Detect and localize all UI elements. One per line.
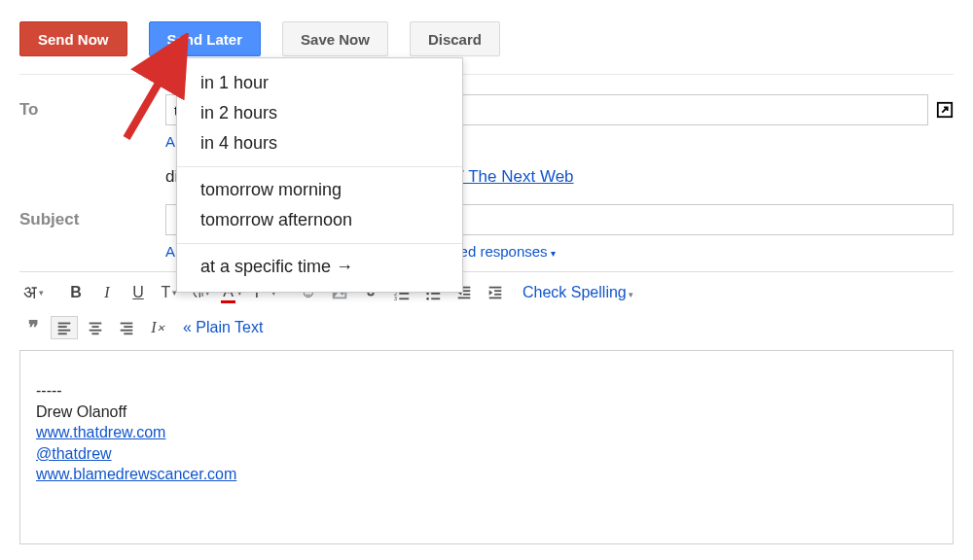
- compose-toolbar: Send Now Send Later Save Now Discard: [0, 0, 973, 74]
- send-later-button[interactable]: Send Later: [149, 21, 262, 56]
- underline-button[interactable]: U: [125, 280, 152, 305]
- plain-text-link[interactable]: « Plain Text: [183, 319, 263, 336]
- save-now-button[interactable]: Save Now: [282, 21, 388, 56]
- send-later-dropdown: in 1 hour in 2 hours in 4 hours tomorrow…: [176, 57, 463, 293]
- send-now-button[interactable]: Send Now: [19, 21, 127, 56]
- to-row: To: [19, 94, 954, 125]
- discard-button[interactable]: Discard: [410, 21, 500, 56]
- remove-formatting-icon[interactable]: I✕: [144, 315, 171, 340]
- quote-icon[interactable]: ❞: [19, 315, 47, 340]
- subject-under-a[interactable]: A: [165, 243, 174, 260]
- compose-body[interactable]: ----- Drew Olanoff www.thatdrew.com @tha…: [19, 350, 954, 544]
- format-toolbar-2: ❞ I✕ « Plain Text: [19, 311, 954, 350]
- dd-in-4-hours[interactable]: in 4 hours: [177, 128, 462, 158]
- subject-row: Subject: [19, 204, 954, 235]
- input-tools-icon[interactable]: अ: [19, 280, 47, 305]
- dd-in-1-hour[interactable]: in 1 hour: [177, 68, 462, 98]
- dd-specific-time[interactable]: at a specific time →: [177, 252, 462, 282]
- dd-in-2-hours[interactable]: in 2 hours: [177, 98, 462, 128]
- to-label: To: [19, 100, 165, 120]
- indent-more-icon[interactable]: [482, 280, 509, 305]
- italic-button[interactable]: I: [93, 280, 121, 305]
- svg-text:3: 3: [394, 296, 397, 301]
- signature-link-2[interactable]: @thatdrew: [36, 445, 112, 462]
- bold-button[interactable]: B: [62, 280, 90, 305]
- dd-separator: [177, 166, 462, 167]
- signature-link-1[interactable]: www.thatdrew.com: [36, 424, 165, 440]
- check-spelling-link[interactable]: Check Spelling: [523, 284, 633, 301]
- signature-name: Drew Olanoff: [36, 402, 937, 423]
- svg-point-12: [426, 298, 429, 300]
- signature-link-3[interactable]: www.blamedrewscancer.com: [36, 466, 236, 482]
- compose-form: To A ding: Martin Bryant Brad McCarty Ze…: [0, 74, 973, 544]
- format-toolbar: अ B I U T तT A T ☺ 123 Check Spelling: [19, 271, 954, 311]
- dd-tomorrow-morning[interactable]: tomorrow morning: [177, 175, 462, 205]
- align-left-icon[interactable]: [51, 316, 78, 339]
- svg-marker-25: [489, 290, 493, 295]
- align-center-icon[interactable]: [82, 315, 109, 340]
- dd-tomorrow-afternoon[interactable]: tomorrow afternoon: [177, 205, 462, 235]
- align-right-icon[interactable]: [113, 315, 140, 340]
- divider: [19, 74, 954, 75]
- dd-separator: [177, 243, 462, 244]
- subject-label: Subject: [19, 210, 165, 229]
- popout-icon[interactable]: [936, 101, 954, 119]
- signature-dashes: -----: [36, 380, 937, 402]
